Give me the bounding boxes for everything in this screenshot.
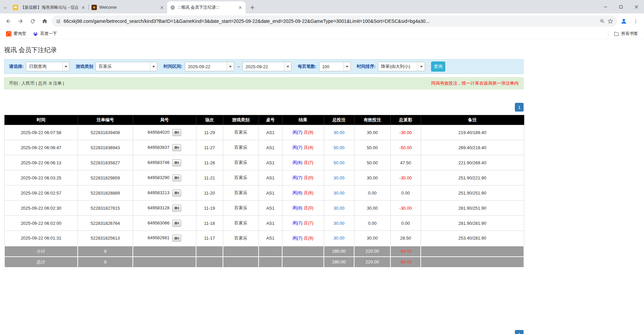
chevron-down-icon[interactable]: [343, 62, 350, 71]
cell-total-bet-link[interactable]: 30.00: [324, 185, 354, 201]
tab-list-chevron-icon[interactable]: [0, 2, 10, 13]
round-id-text: 649583290: [148, 175, 169, 180]
new-tab-button[interactable]: [248, 3, 257, 12]
back-button[interactable]: [3, 16, 13, 26]
sort-select[interactable]: 降幂(由大到小): [378, 62, 425, 71]
home-button[interactable]: [40, 16, 50, 26]
forward-button[interactable]: [15, 16, 26, 26]
table-row: 2025-09-22 06:06:47 522831836943 6495838…: [4, 140, 524, 155]
table-row: 2025-09-22 06:07:58 522831839408 6495840…: [4, 125, 524, 140]
search-button[interactable]: 查询: [431, 61, 445, 72]
pagination-page-1-button[interactable]: 1: [515, 330, 524, 334]
table-row: 2025-09-22 06:02:57 522831828889 6495832…: [4, 185, 524, 201]
site-info-icon[interactable]: [56, 19, 61, 24]
browser-tab-welcome[interactable]: Welcome: [89, 1, 167, 13]
address-bar[interactable]: 66cxkj98.com/game/betrecord_search/kind3…: [52, 15, 617, 27]
bookmark-taobao[interactable]: 爱淘宝: [3, 30, 29, 38]
query-type-select[interactable]: 日期查询: [26, 62, 70, 71]
taobao-icon: [6, 31, 11, 37]
cell-session: 11-27: [196, 140, 223, 155]
close-button[interactable]: [629, 0, 644, 13]
browser-tab-forum[interactable]: 【新提醒】海燕策略论坛 - 综合: [10, 1, 88, 13]
zoom-icon[interactable]: [600, 18, 605, 24]
cell-total-bet-link[interactable]: 30.00: [324, 125, 354, 140]
col-header-payout: 总派彩: [390, 115, 421, 125]
total-row: 总计 8 280.00 220.00 -64.00: [4, 257, 524, 267]
game-type-select[interactable]: 百家乐: [96, 62, 157, 71]
cell-table-no: AS1: [259, 140, 282, 155]
cell-table-no: AS1: [259, 170, 282, 185]
chevron-down-icon[interactable]: [150, 62, 157, 71]
cell-result: 闲(7)庄(9): [282, 125, 324, 140]
tab-close-icon[interactable]: [159, 5, 164, 10]
cell-payout: 0.00: [390, 185, 421, 201]
valid-bet-notice-text: 同局有效投注，统一计算在该局第一张注单内: [431, 80, 519, 86]
browser-menu-icon[interactable]: [631, 16, 641, 26]
chevron-down-icon[interactable]: [284, 62, 291, 71]
cell-valid-bet: 30.00: [354, 231, 390, 246]
replay-video-button[interactable]: [172, 159, 181, 166]
cell-empty: [223, 246, 259, 257]
url-text[interactable]: 66cxkj98.com/game/betrecord_search/kind3…: [64, 18, 597, 24]
cell-table-no: AS1: [259, 125, 282, 140]
date-end-select[interactable]: 2025-09-22: [242, 62, 292, 71]
cell-time: 2025-09-22 06:06:13: [4, 155, 78, 170]
cell-game-type: 百家乐: [223, 201, 259, 216]
bookmark-star-icon[interactable]: [608, 18, 613, 24]
pagination-page-1-button[interactable]: 1: [515, 103, 524, 112]
cell-session: 11-18: [196, 216, 223, 231]
cell-payout: 47.50: [390, 155, 421, 170]
minimize-button[interactable]: [598, 0, 613, 13]
replay-video-button[interactable]: [172, 190, 181, 197]
replay-video-button[interactable]: [172, 174, 181, 181]
replay-video-button[interactable]: [172, 220, 181, 227]
cell-result: 闲(7)庄(7): [282, 216, 324, 231]
cell-total-bet-link[interactable]: 30.00: [324, 170, 354, 185]
bookmarks-bar: 爱淘宝 百度一下 所有书签: [0, 29, 644, 39]
subtotal-label: 小计: [4, 246, 78, 257]
col-header-result: 结果: [282, 115, 324, 125]
round-id-text: 649583066: [148, 220, 169, 225]
date-end-value: 2025-09-22: [243, 62, 284, 71]
cell-empty: [259, 246, 282, 257]
refresh-button[interactable]: [28, 16, 38, 26]
cell-total-bet-link[interactable]: 30.00: [324, 231, 354, 246]
cell-total-bet-link[interactable]: 50.00: [324, 140, 354, 155]
cell-time: 2025-09-22 06:03:25: [4, 170, 78, 185]
cell-game-type: 百家乐: [223, 125, 259, 140]
result-banker: 庄(9): [304, 236, 313, 241]
replay-video-button[interactable]: [172, 235, 181, 242]
tab-close-icon[interactable]: [237, 5, 243, 10]
col-header-bet-id: 注单编号: [78, 115, 133, 125]
tab-close-icon[interactable]: [80, 5, 86, 10]
per-page-select[interactable]: 100: [319, 62, 351, 71]
chevron-down-icon[interactable]: [418, 62, 425, 71]
cell-valid-bet: 30.00: [354, 201, 390, 216]
total-valid-bet: 220.00: [354, 257, 390, 267]
result-banker: 庄(0): [304, 205, 313, 210]
all-bookmarks-button[interactable]: 所有书签: [611, 30, 641, 38]
cell-total-bet-link[interactable]: 50.00: [324, 155, 354, 170]
date-start-value: 2025-09-22: [185, 62, 227, 71]
browser-tab-betrecord[interactable]: :::视讯 会员下注纪录:::: [167, 1, 245, 13]
forum-favicon-icon: [13, 5, 18, 10]
replay-video-button[interactable]: [172, 144, 181, 151]
chevron-down-icon[interactable]: [62, 62, 69, 71]
cell-total-bet-link[interactable]: 30.00: [324, 216, 354, 231]
cell-round-id: 649583128: [133, 201, 196, 216]
cell-round-id: 649583066: [133, 216, 196, 231]
cell-note: 219.40/189.40: [421, 125, 524, 140]
profile-avatar[interactable]: [619, 16, 629, 26]
replay-video-button[interactable]: [172, 129, 181, 136]
result-banker: 庄(9): [304, 130, 313, 135]
browser-tab-strip: 【新提醒】海燕策略论坛 - 综合 Welcome :::视讯 会员下注纪录:::: [0, 0, 644, 13]
date-start-select[interactable]: 2025-09-22: [185, 62, 234, 71]
replay-video-button[interactable]: [172, 205, 181, 212]
bookmark-baidu[interactable]: 百度一下: [30, 30, 60, 38]
maximize-button[interactable]: [613, 0, 629, 13]
cell-result: 闲(7)庄(0): [282, 170, 324, 185]
cell-empty: [223, 257, 259, 267]
chevron-down-icon[interactable]: [227, 62, 234, 71]
cell-total-bet-link[interactable]: 30.00: [324, 201, 354, 216]
cell-game-type: 百家乐: [223, 170, 259, 185]
